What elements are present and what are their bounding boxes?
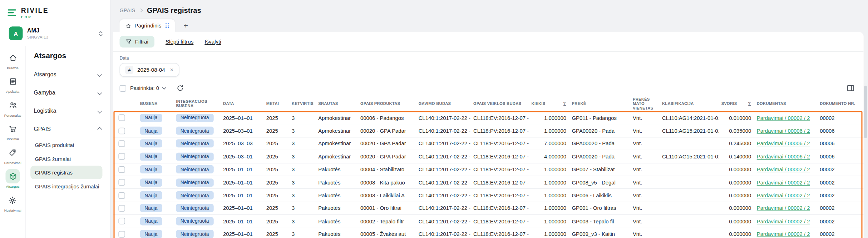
document-link[interactable]: Pardavimai / 00002 / 2: [757, 218, 810, 224]
column-header-dokumentas[interactable]: DOKUMENTAS: [754, 97, 817, 111]
sum-icon[interactable]: Σ: [563, 101, 566, 107]
select-all-checkbox[interactable]: [119, 85, 126, 92]
sidebar-item-label: Logistika: [34, 108, 56, 114]
table-row[interactable]: NaujaNeintegruota2025–01–0120253Pakuotės…: [113, 228, 864, 238]
sidebar-item-gpais-integracijos-urnalai[interactable]: GPAIS integracijos žurnalai: [30, 179, 102, 193]
table-row[interactable]: NaujaNeintegruota2025–01–0120253Pakuotės…: [113, 176, 864, 189]
user-menu[interactable]: A AMJ SINGVAI13: [7, 25, 106, 42]
table-row[interactable]: NaujaNeintegruota2025–01–0120253Pakuotės…: [113, 163, 864, 176]
tab-options-icon[interactable]: [166, 23, 169, 28]
column-header-prek[interactable]: PREKĖ: [569, 97, 630, 111]
document-link[interactable]: Pardavimai / 00006 / 2: [757, 141, 810, 147]
column-label: DATA: [223, 102, 234, 106]
row-checkbox[interactable]: [118, 127, 125, 134]
sidebar-item-logistika[interactable]: Logistika: [34, 102, 105, 120]
sidebar-item-gpais-produktai[interactable]: GPAIS produktai: [30, 138, 102, 151]
table-row[interactable]: NaujaNeintegruota2025–03–0120253Apmokest…: [113, 150, 864, 163]
menu-toggle-icon[interactable]: [8, 10, 16, 16]
document-link[interactable]: Pardavimai / 00006 / 2: [757, 153, 810, 159]
document-link[interactable]: Pardavimai / 00002 / 2: [757, 166, 810, 172]
rail-item-nustatymai[interactable]: Nustatymai: [4, 193, 21, 212]
column-header-b-sena[interactable]: BŪSENA: [137, 97, 173, 111]
column-header-dokumento-nr[interactable]: DOKUMENTO NR.: [817, 97, 858, 111]
cell-kiekis: 1.000000: [529, 192, 569, 198]
cell-ketvirtis: 3: [289, 179, 315, 186]
hide-filters-link[interactable]: Slėpti filtrus: [166, 39, 193, 45]
column-header-gpais-produktas[interactable]: GPAIS PRODUKTAS: [357, 97, 416, 111]
cell-dokumentas: Pardavimai / 00002 / 2: [754, 205, 817, 211]
sidebar-item-gpais-registras[interactable]: GPAIS registras: [30, 166, 102, 179]
table-row[interactable]: NaujaNeintegruota2025–01–0120253Pakuotės…: [113, 215, 864, 228]
add-tab-button[interactable]: +: [182, 22, 191, 32]
sum-icon[interactable]: Σ: [748, 101, 751, 107]
column-label: SRAUTAS: [318, 102, 338, 106]
table-row[interactable]: NaujaNeintegruota2025–03–0320253Apmokest…: [113, 137, 864, 150]
report-icon: [5, 74, 20, 88]
column-header-kiekis[interactable]: KIEKISΣ: [529, 97, 569, 111]
table-row[interactable]: NaujaNeintegruota2025–01–0120253Pakuotės…: [113, 202, 864, 215]
cell-dokumentas: Pardavimai / 00006 / 2: [754, 128, 817, 134]
column-header-srautas[interactable]: SRAUTAS: [316, 97, 358, 111]
document-link[interactable]: Pardavimai / 00002 / 2: [757, 192, 810, 198]
row-checkbox[interactable]: [118, 166, 125, 173]
tag-icon: [5, 145, 20, 159]
cell-metai: 2025: [263, 128, 289, 134]
row-checkbox[interactable]: [118, 140, 125, 147]
rail-item-prad-ia[interactable]: Pradžia: [5, 50, 20, 69]
row-checkbox-cell: [113, 127, 137, 134]
row-checkbox[interactable]: [118, 231, 125, 238]
scrollbar[interactable]: [864, 83, 867, 236]
table-row[interactable]: NaujaNeintegruota2025–01–0120253Apmokest…: [113, 112, 864, 125]
cell-data: 2025–03–01: [220, 128, 263, 134]
column-header-gpais-veiklos-b-das[interactable]: GPAIS VEIKLOS BŪDAS: [470, 97, 529, 111]
breadcrumb-parent[interactable]: GPAIS: [119, 7, 135, 13]
clear-filters-link[interactable]: Išvalyti: [204, 39, 221, 45]
table-row[interactable]: NaujaNeintegruota2025–01–0120253Pakuotės…: [113, 189, 864, 202]
refresh-icon[interactable]: [177, 85, 184, 92]
remove-filter-icon[interactable]: ×: [170, 67, 174, 73]
cell-ketvirtis: 3: [289, 153, 315, 159]
document-link[interactable]: Pardavimai / 00002 / 2: [757, 231, 810, 237]
column-label: INTEGRACIJOS BŪSENA: [176, 99, 217, 108]
column-header-svoris[interactable]: SVORISΣ: [719, 97, 754, 111]
not-equal-icon[interactable]: ≠: [125, 66, 133, 74]
sidebar-item-atsargos[interactable]: Atsargos: [34, 65, 105, 83]
row-checkbox[interactable]: [118, 192, 125, 199]
cell-dokumentas: Pardavimai / 00002 / 2: [754, 115, 817, 121]
sidebar-item-gpais-urnalai[interactable]: GPAIS žurnalai: [30, 152, 102, 165]
cell-gpais-veiklos-b-das: CL118:EV:2016-12-07 -: [470, 231, 529, 237]
document-link[interactable]: Pardavimai / 00002 / 2: [757, 205, 810, 211]
document-link[interactable]: Pardavimai / 00002 / 2: [757, 179, 810, 186]
filters-button[interactable]: Filtrai: [119, 36, 154, 48]
row-checkbox[interactable]: [118, 218, 125, 225]
rail-item-personalas[interactable]: Personalas: [4, 98, 21, 117]
row-checkbox[interactable]: [118, 205, 125, 212]
date-filter-chip[interactable]: ≠ 2025-08-04 ×: [119, 63, 179, 77]
document-link[interactable]: Pardavimai / 00002 / 2: [757, 115, 810, 121]
column-header-data[interactable]: DATA: [220, 97, 263, 111]
column-header-klasifikacija[interactable]: KLASIFIKACIJA: [659, 97, 719, 111]
column-header-metai[interactable]: METAI: [263, 97, 289, 111]
sidebar-item-gamyba[interactable]: Gamyba: [34, 83, 105, 102]
scrollbar-thumb[interactable]: [864, 86, 867, 138]
row-checkbox[interactable]: [118, 115, 125, 121]
tab-pagrindinis[interactable]: Pagrindinis: [119, 19, 174, 32]
user-switch-icon[interactable]: [98, 30, 103, 37]
sidebar-item-gpais[interactable]: GPAIS: [34, 120, 105, 138]
table-row[interactable]: NaujaNeintegruota2025–03–0120253Apmokest…: [113, 125, 864, 137]
rail-item-atsargos[interactable]: Atsargos: [5, 169, 20, 188]
document-link[interactable]: Pardavimai / 00006 / 2: [757, 128, 810, 134]
rail-item-pirkimai[interactable]: Pirkimai: [5, 122, 20, 141]
column-header-gavimo-b-das[interactable]: GAVIMO BŪDAS: [416, 97, 470, 111]
column-header-integracijos-b-sena[interactable]: INTEGRACIJOS BŪSENA: [173, 97, 221, 111]
chevron-down-icon[interactable]: [162, 86, 166, 90]
row-checkbox[interactable]: [118, 179, 125, 186]
column-header-prek-s-mato-vienetas[interactable]: PREKĖS MATO VIENETAS: [630, 97, 659, 111]
rail-item-pardavimai[interactable]: Pardavimai: [4, 145, 21, 164]
column-settings-icon[interactable]: [847, 84, 855, 92]
rail-item-apskaita[interactable]: Apskaita: [5, 74, 20, 93]
row-checkbox[interactable]: [118, 153, 125, 160]
column-header-ketvirtis[interactable]: KETVIRTIS: [289, 97, 315, 111]
date-filter-value[interactable]: 2025-08-04: [137, 67, 165, 73]
cell-dokumentas: Pardavimai / 00006 / 2: [754, 153, 817, 159]
